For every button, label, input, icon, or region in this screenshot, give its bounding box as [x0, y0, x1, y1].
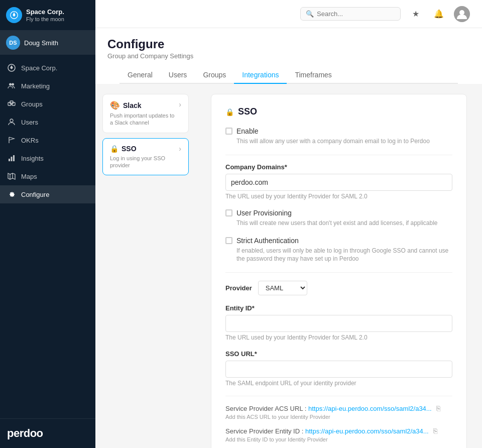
- page-header: Configure Group and Company Settings Gen…: [95, 28, 482, 84]
- tab-integrations[interactable]: Integrations: [234, 67, 287, 84]
- sso-url-row: SSO URL* The SAML endpoint URL of your i…: [225, 350, 452, 387]
- copy-entity-icon[interactable]: ⎘: [433, 427, 437, 435]
- acs-url-label: Service Provider ACS URL : https://api-e…: [225, 404, 452, 412]
- sso-panel: 🔒 SSO Enable This will allow any user wi…: [196, 84, 482, 448]
- integration-slack[interactable]: 🎨 Slack Push important updates to a Slac…: [102, 94, 189, 133]
- company-domains-label: Company Domains*: [225, 163, 452, 171]
- acs-url-label-text: Service Provider ACS URL :: [225, 405, 306, 412]
- gear-icon: [7, 190, 16, 199]
- integrations-list: 🎨 Slack Push important updates to a Slac…: [95, 84, 196, 448]
- sso-title-text: SSO: [238, 106, 257, 117]
- enable-hint: This will allow any user with a company …: [236, 137, 452, 146]
- sidebar-item-insights[interactable]: Insights: [0, 149, 95, 167]
- user-provisioning-label[interactable]: User Provisioning: [225, 209, 452, 217]
- sidebar-item-label: Groups: [21, 100, 43, 108]
- integration-sso-name: SSO: [122, 145, 137, 153]
- enable-row: Enable This will allow any user with a c…: [225, 127, 452, 146]
- user-provisioning-label-text: User Provisioning: [236, 209, 292, 217]
- brand-tagline: Fly to the moon: [26, 16, 64, 22]
- svg-point-15: [459, 10, 464, 15]
- tab-timeframes[interactable]: Timeframes: [287, 67, 339, 84]
- sidebar: Space Corp. Fly to the moon DS Doug Smit…: [0, 0, 95, 448]
- perdoo-logo: perdoo: [7, 427, 88, 440]
- chevron-right-icon: ›: [179, 100, 181, 108]
- integration-sso[interactable]: 🔒 SSO Log in using your SSO provider ›: [102, 138, 189, 176]
- tab-groups[interactable]: Groups: [195, 67, 234, 84]
- sidebar-item-label: Maps: [21, 173, 37, 180]
- sidebar-item-marketing[interactable]: Marketing: [0, 77, 95, 95]
- divider2: [225, 272, 452, 273]
- acs-url-link[interactable]: https://api-eu.perdoo.com/sso/saml2/a34.…: [308, 405, 432, 412]
- svg-point-7: [10, 119, 13, 122]
- building-icon: [7, 63, 16, 72]
- company-domains-hint: The URL used by your Identity Provider f…: [225, 193, 452, 200]
- sidebar-item-space-corp[interactable]: Space Corp.: [0, 59, 95, 77]
- brand-text: Space Corp. Fly to the moon: [26, 8, 64, 22]
- bookmark-icon[interactable]: ★: [408, 6, 424, 22]
- page-title: Configure: [107, 37, 470, 51]
- brand[interactable]: Space Corp. Fly to the moon: [0, 0, 95, 31]
- strict-auth-checkbox[interactable]: [225, 237, 232, 244]
- entity-id-row: Entity ID* The URL used by your Identity…: [225, 304, 452, 341]
- copy-acs-icon[interactable]: ⎘: [436, 404, 440, 412]
- search-icon: 🔍: [306, 10, 314, 18]
- user-avatar-topbar[interactable]: [454, 6, 470, 22]
- entity-id-sp-link[interactable]: https://api-eu.perdoo.com/sso/saml2/a34.…: [305, 427, 429, 435]
- svg-marker-11: [8, 173, 15, 179]
- sso-lock-icon: 🔒: [225, 108, 234, 116]
- strict-auth-label[interactable]: Strict Authentication: [225, 237, 452, 245]
- chevron-right-icon: ›: [179, 145, 181, 153]
- sidebar-item-users[interactable]: Users: [0, 113, 95, 131]
- enable-label[interactable]: Enable: [225, 127, 452, 135]
- divider3: [225, 396, 452, 396]
- integration-sso-desc: Log in using your SSO provider: [110, 155, 179, 169]
- sidebar-item-label: Insights: [21, 155, 44, 162]
- user-provisioning-checkbox[interactable]: [225, 209, 232, 216]
- sso-url-input[interactable]: [225, 361, 452, 378]
- search-input[interactable]: [317, 10, 395, 18]
- notification-icon[interactable]: 🔔: [431, 6, 447, 22]
- sso-url-hint: The SAML endpoint URL of your identity p…: [225, 380, 452, 387]
- sidebar-item-configure[interactable]: Configure: [0, 185, 95, 203]
- avatar: DS: [6, 36, 20, 50]
- search-box[interactable]: 🔍: [300, 7, 401, 21]
- entity-id-hint: The URL used by your Identity Provider f…: [225, 334, 452, 341]
- integration-slack-header: 🎨 Slack: [110, 100, 179, 110]
- brand-name: Space Corp.: [26, 8, 64, 16]
- sidebar-item-label: Marketing: [21, 82, 50, 90]
- svg-rect-8: [9, 159, 10, 161]
- sidebar-nav: Space Corp. Marketing Groups Users OKRs: [0, 55, 95, 418]
- entity-id-sp-hint: Add this Entity ID to your Identity Prov…: [225, 436, 452, 442]
- sidebar-item-label: Space Corp.: [21, 64, 57, 72]
- map-icon: [7, 172, 16, 181]
- page-subtitle: Group and Company Settings: [107, 52, 470, 60]
- brand-icon: [6, 7, 22, 23]
- entity-id-sp-label-text: Service Provider Entity ID :: [225, 427, 303, 435]
- sso-url-label: SSO URL*: [225, 350, 452, 358]
- entity-id-input[interactable]: [225, 315, 452, 332]
- entity-id-sp-row: Service Provider Entity ID : https://api…: [225, 427, 452, 442]
- sso-section: 🔒 SSO Enable This will allow any user wi…: [211, 94, 467, 448]
- user-provisioning-hint: This will create new users that don't ye…: [236, 219, 452, 228]
- enable-checkbox[interactable]: [225, 128, 232, 135]
- company-domains-input[interactable]: [225, 174, 452, 191]
- groups-icon: [7, 99, 16, 108]
- sidebar-item-maps[interactable]: Maps: [0, 167, 95, 185]
- tab-general[interactable]: General: [119, 67, 161, 84]
- user-name: Doug Smith: [24, 39, 58, 47]
- user-icon: [7, 118, 16, 127]
- sidebar-item-groups[interactable]: Groups: [0, 95, 95, 113]
- provider-select[interactable]: SAML Google Okta Azure AD: [258, 281, 307, 295]
- sidebar-item-okrs[interactable]: OKRs: [0, 131, 95, 149]
- tabs: General Users Groups Integrations Timefr…: [119, 67, 458, 84]
- provider-label: Provider: [225, 284, 252, 292]
- strict-auth-row: Strict Authentication If enabled, users …: [225, 237, 452, 264]
- sidebar-item-label: Users: [21, 119, 38, 126]
- flag-icon: [7, 136, 16, 145]
- entity-id-sp-label: Service Provider Entity ID : https://api…: [225, 427, 452, 435]
- provider-row: Provider SAML Google Okta Azure AD: [225, 281, 452, 295]
- tab-users[interactable]: Users: [161, 67, 195, 84]
- user-profile[interactable]: DS Doug Smith: [0, 31, 95, 55]
- integration-slack-desc: Push important updates to a Slack channe…: [110, 112, 179, 127]
- sidebar-item-label: Configure: [21, 191, 49, 198]
